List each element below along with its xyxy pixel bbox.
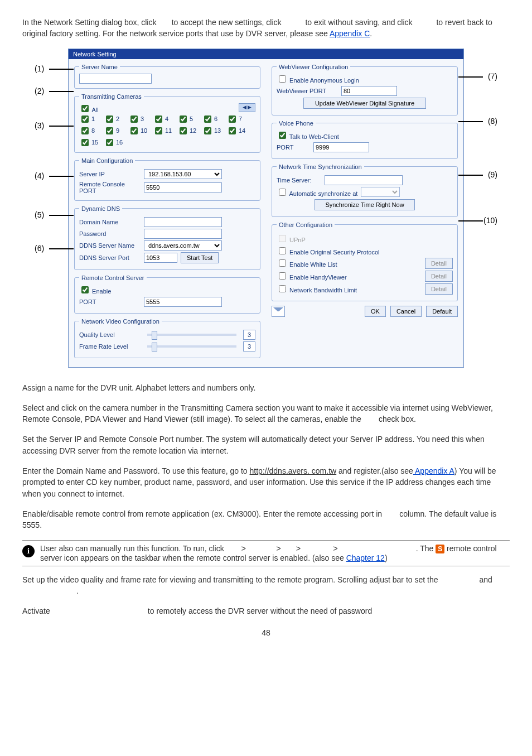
mail-icon[interactable] xyxy=(272,306,285,317)
cam[interactable]: 1 xyxy=(79,114,101,124)
appendix-a-link[interactable]: Appendix A xyxy=(413,466,454,475)
legend: Main Configuration xyxy=(79,157,135,164)
ok-button[interactable]: OK xyxy=(365,306,386,317)
s-tray-icon: S xyxy=(436,545,444,553)
handy-checkbox[interactable]: Enable HandyViewer xyxy=(277,271,347,281)
voice-phone-group: Voice Phone Talk to Web-Client PORT xyxy=(272,120,458,159)
quality-slider[interactable] xyxy=(147,334,236,336)
legend: Network Video Configuration xyxy=(79,318,162,325)
rcs-port-input[interactable] xyxy=(144,297,222,307)
lbl: WebViewer PORT xyxy=(277,88,338,94)
legend: Other Configuration xyxy=(277,221,335,228)
quality-val: 3 xyxy=(243,330,255,340)
talk-webclient-checkbox[interactable]: Talk to Web-Client xyxy=(277,133,339,140)
network-time-sync-group: Network Time Synchronization Time Server… xyxy=(272,163,458,217)
cam[interactable]: 8 xyxy=(79,126,101,136)
upnp-checkbox: UPnP xyxy=(277,233,306,244)
auto-sync-checkbox[interactable]: Automatic synchronize at xyxy=(277,187,357,198)
cam[interactable]: 16 xyxy=(104,137,126,148)
default-button[interactable]: Default xyxy=(426,306,458,317)
cam[interactable]: 3 xyxy=(128,114,151,124)
callout-10: (10) xyxy=(483,216,497,225)
all-checkbox[interactable]: All xyxy=(79,107,99,113)
server-name-group: Server Name xyxy=(74,64,260,89)
callout-5: (5) xyxy=(35,210,44,219)
whitelist-detail-button: Detail xyxy=(425,258,453,269)
webviewer-port-input[interactable] xyxy=(341,86,397,96)
lbl: DDNS Server Port xyxy=(79,254,141,261)
time-server-input[interactable] xyxy=(325,175,403,185)
para-6: Set up the video quality and frame rate … xyxy=(22,574,510,597)
auto-sync-time xyxy=(361,187,400,197)
anon-login-checkbox[interactable]: Enable Anonymous Login xyxy=(277,77,359,84)
start-test-button[interactable]: Start Test xyxy=(181,252,219,263)
lbl: Time Server: xyxy=(277,177,321,184)
info-text: User also can manually run this function… xyxy=(40,544,510,562)
cam[interactable]: 4 xyxy=(153,114,175,124)
ddns-server-select[interactable]: ddns.avers.com.tw xyxy=(144,240,222,251)
cam[interactable]: 11 xyxy=(153,126,175,136)
t: In the Network Setting dialog box, click xyxy=(22,18,156,27)
cam[interactable]: 6 xyxy=(202,114,224,124)
sync-now-button[interactable]: Synchronize Time Right Now xyxy=(315,199,415,210)
legend: WebViewer Configuration xyxy=(277,64,350,70)
arrows-icon[interactable]: ◀ ▶ xyxy=(239,103,255,112)
para-7: Activate to remotely access the DVR serv… xyxy=(22,605,510,617)
cam[interactable]: 14 xyxy=(226,126,249,136)
dialog-title: Network Setting xyxy=(69,49,463,59)
remote-port-input[interactable] xyxy=(144,182,222,192)
cam[interactable]: 5 xyxy=(177,114,200,124)
dialog-footer: OK Cancel Default xyxy=(272,306,458,317)
password-input[interactable] xyxy=(144,229,222,239)
origsec-checkbox[interactable]: Enable Original Security Protocol xyxy=(277,245,379,256)
server-ip-select[interactable]: 192.168.153.60 xyxy=(144,169,222,179)
server-name-input[interactable] xyxy=(79,74,152,84)
framerate-slider[interactable] xyxy=(147,345,236,348)
lbl: Domain Name xyxy=(79,219,141,225)
callout-3: (3) xyxy=(35,121,44,130)
cam[interactable]: 7 xyxy=(226,114,249,124)
rcs-enable-checkbox[interactable]: Enable xyxy=(79,288,111,295)
chapter-12-link[interactable]: Chapter 12 xyxy=(346,553,385,562)
handy-detail-button: Detail xyxy=(425,271,453,282)
transmitting-cameras-group: Transmitting Cameras ◀ ▶ All 1 2 3 4 5 6… xyxy=(74,93,260,153)
remote-control-server-group: Remote Control Server Enable PORT xyxy=(74,275,260,314)
ddns-url: http://ddns.avers. com.tw xyxy=(250,466,337,475)
legend: Transmitting Cameras xyxy=(79,93,144,100)
network-setting-diagram: (1) (2) (3) (4) (5) (6) (7) (8) (9) (10)… xyxy=(35,49,497,368)
cam[interactable]: 10 xyxy=(128,126,151,136)
bw-detail-button: Detail xyxy=(425,283,453,295)
callout-7: (7) xyxy=(488,72,497,81)
legend: Voice Phone xyxy=(277,120,316,127)
domain-input[interactable] xyxy=(144,217,222,227)
whitelist-checkbox[interactable]: Enable White List xyxy=(277,258,337,268)
cancel-button[interactable]: Cancel xyxy=(390,306,422,317)
ddns-port-input[interactable] xyxy=(144,253,177,263)
callout-4: (4) xyxy=(35,171,44,180)
para-5: Enable/disable remote control from remot… xyxy=(22,508,510,531)
para-1: Assign a name for the DVR unit. Alphabet… xyxy=(22,382,510,393)
cam[interactable]: 9 xyxy=(104,126,126,136)
main-config-group: Main Configuration Server IP 192.168.153… xyxy=(74,157,260,201)
cam[interactable]: 2 xyxy=(104,114,126,124)
lbl: PORT xyxy=(79,298,141,305)
cam[interactable]: 12 xyxy=(177,126,200,136)
legend: Network Time Synchronization xyxy=(277,163,364,170)
cam[interactable]: 15 xyxy=(79,137,101,148)
lbl: PORT xyxy=(277,144,310,151)
callout-2: (2) xyxy=(35,86,44,95)
voice-port-input[interactable] xyxy=(313,142,369,152)
lbl: Quality Level xyxy=(79,331,141,338)
page-number: 48 xyxy=(22,628,510,637)
ddns-group: Dynamic DNS Domain Name Password DDNS Se… xyxy=(74,205,260,270)
update-signature-button[interactable]: Update WebViewer Digital Signature xyxy=(303,98,426,109)
server-ip-label: Server IP xyxy=(79,171,141,177)
legend: Server Name xyxy=(79,64,120,70)
bw-checkbox[interactable]: Network Bandwidth Limit xyxy=(277,283,357,294)
cam[interactable]: 13 xyxy=(202,126,224,136)
t: to accept the new settings, click xyxy=(172,18,282,27)
frame-val: 3 xyxy=(243,341,255,351)
appendix-c-link[interactable]: Appendix C xyxy=(330,29,370,38)
network-video-config-group: Network Video Configuration Quality Leve… xyxy=(74,318,260,358)
callout-1: (1) xyxy=(35,64,44,73)
